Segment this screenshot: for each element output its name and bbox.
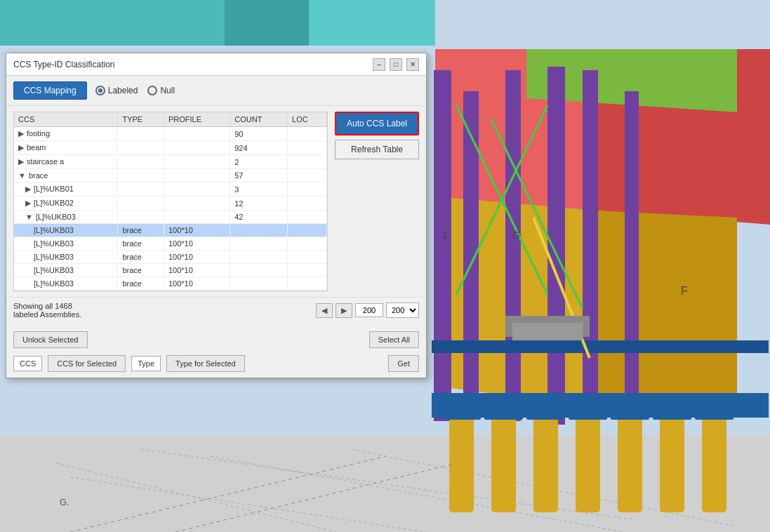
cell-type: [118, 211, 164, 224]
svg-rect-8: [225, 0, 309, 46]
svg-rect-32: [526, 406, 565, 420]
get-button[interactable]: Get: [388, 355, 419, 372]
cell-profile: 100*10: [164, 224, 230, 237]
page-size-dropdown[interactable]: 200 100 50: [386, 302, 419, 318]
maximize-button[interactable]: □: [390, 58, 402, 71]
labeled-radio-text: Labeled: [108, 86, 138, 95]
labeled-radio-label[interactable]: Labeled: [95, 86, 138, 95]
svg-text:G: G: [512, 230, 520, 241]
cell-count: [230, 237, 288, 251]
type-label-field: Type: [131, 356, 161, 371]
cell-type: brace: [118, 224, 164, 237]
svg-rect-30: [442, 406, 481, 420]
cell-loc: [288, 127, 327, 141]
cell-count: 924: [230, 141, 288, 155]
table-row[interactable]: [L]%UKB03 brace 100*10: [14, 224, 327, 237]
cell-profile: [164, 127, 230, 141]
cell-loc: [288, 237, 327, 251]
filter-radio-group: Labeled Null: [95, 86, 175, 95]
table-row[interactable]: [L]%UKB03 brace 100*10: [14, 237, 327, 251]
cell-type: [118, 197, 164, 211]
status-row: Showing all 1468labeled Assemblies. ◀ ▶ …: [13, 302, 419, 319]
status-text: Showing all 1468labeled Assemblies.: [13, 302, 309, 319]
dialog-body: CCS TYPE PROFILE COUNT LOC ▶footing 90: [6, 106, 426, 297]
svg-rect-1: [0, 435, 770, 532]
svg-rect-17: [505, 70, 521, 421]
table-container[interactable]: CCS TYPE PROFILE COUNT LOC ▶footing 90: [13, 112, 328, 291]
cell-ccs: ▼brace: [14, 169, 118, 182]
refresh-table-button[interactable]: Refresh Table: [335, 140, 419, 159]
svg-text:G.: G.: [60, 497, 69, 507]
cell-count: 12: [230, 197, 288, 211]
cell-ccs: ▶[L]%UKB02: [14, 197, 118, 211]
labeled-radio-dot[interactable]: [95, 86, 105, 95]
cell-profile: [164, 169, 230, 182]
unlock-selected-button[interactable]: Unlock Selected: [13, 331, 88, 348]
null-radio-dot[interactable]: [147, 86, 157, 95]
cell-type: brace: [118, 251, 164, 264]
svg-rect-22: [432, 340, 769, 353]
cell-type: [118, 155, 164, 169]
svg-rect-33: [569, 406, 607, 420]
cell-loc: [288, 141, 327, 155]
cell-loc: [288, 264, 327, 277]
col-ccs: CCS: [14, 112, 118, 127]
pagination: ◀ ▶ 200 100 50: [316, 302, 419, 318]
svg-rect-15: [434, 70, 451, 421]
minimize-button[interactable]: –: [373, 58, 385, 71]
cell-ccs: [L]%UKB03: [14, 251, 118, 264]
col-count: COUNT: [230, 112, 288, 127]
table-row[interactable]: ▶beam 924: [14, 141, 327, 155]
dialog-title: CCS Type-ID Classification: [13, 60, 115, 69]
table-row[interactable]: ▶[L]%UKB01 3: [14, 182, 327, 197]
cell-count: 57: [230, 169, 288, 182]
svg-rect-18: [547, 67, 565, 425]
svg-rect-29: [702, 414, 726, 512]
cell-ccs: ▶footing: [14, 127, 118, 141]
prev-page-button[interactable]: ◀: [316, 303, 333, 318]
null-radio-text: Null: [160, 86, 175, 95]
table-row[interactable]: ▼brace 57: [14, 169, 327, 182]
select-all-button[interactable]: Select All: [369, 331, 419, 348]
cell-loc: [288, 182, 327, 197]
cell-type: brace: [118, 277, 164, 291]
cell-type: brace: [118, 237, 164, 251]
null-radio-label[interactable]: Null: [147, 86, 175, 95]
svg-rect-36: [695, 406, 734, 420]
svg-rect-23: [449, 414, 474, 512]
next-page-button[interactable]: ▶: [336, 303, 352, 318]
table-row[interactable]: [L]%UKB03 brace 100*10: [14, 251, 327, 264]
svg-rect-42: [512, 323, 583, 340]
ccs-for-selected-button[interactable]: CCS for Selected: [48, 355, 126, 372]
table-row[interactable]: ▼[L]%UKB03 42: [14, 211, 327, 224]
svg-rect-24: [491, 414, 516, 512]
col-loc: LOC: [288, 112, 327, 127]
auto-ccs-label-button[interactable]: Auto CCS Label: [335, 112, 419, 135]
cell-count: [230, 264, 288, 277]
svg-text:F: F: [681, 285, 688, 297]
col-type: TYPE: [118, 112, 164, 127]
cell-ccs: [L]%UKB03: [14, 277, 118, 291]
svg-rect-26: [576, 414, 600, 512]
cell-profile: 100*10: [164, 237, 230, 251]
cell-loc: [288, 211, 327, 224]
ccs-mapping-button[interactable]: CCS Mapping: [13, 81, 87, 100]
table-row[interactable]: ▶footing 90: [14, 127, 327, 141]
svg-rect-34: [611, 406, 649, 420]
cell-loc: [288, 169, 327, 182]
page-size-input[interactable]: [355, 303, 383, 317]
table-row[interactable]: ▶[L]%UKB02 12: [14, 197, 327, 211]
col-profile: PROFILE: [164, 112, 230, 127]
cell-type: [118, 127, 164, 141]
table-row[interactable]: ▶staircase a 2: [14, 155, 327, 169]
table-row[interactable]: [L]%UKB03 brace 100*10: [14, 277, 327, 291]
table-row[interactable]: [L]%UKB03 brace 100*10: [14, 264, 327, 277]
svg-rect-20: [625, 91, 639, 414]
bottom-row1: Unlock Selected Select All: [6, 327, 426, 352]
data-table: CCS TYPE PROFILE COUNT LOC ▶footing 90: [14, 112, 327, 291]
close-button[interactable]: ✕: [406, 58, 419, 71]
cell-count: 2: [230, 155, 288, 169]
table-header-row: CCS TYPE PROFILE COUNT LOC: [14, 112, 327, 127]
type-for-selected-button[interactable]: Type for Selected: [166, 355, 245, 372]
svg-rect-35: [653, 406, 691, 420]
